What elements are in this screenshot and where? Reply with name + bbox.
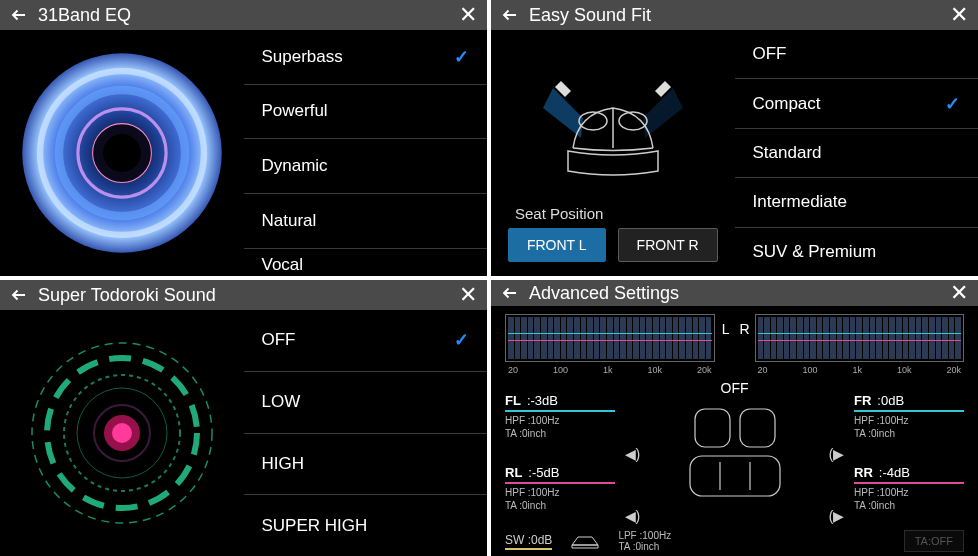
todoroki-item-high[interactable]: HIGH xyxy=(244,434,488,496)
spectrum-right-label: R xyxy=(740,321,750,337)
channel-sw[interactable]: SW :0dB xyxy=(505,533,552,550)
close-icon[interactable]: ✕ xyxy=(950,280,968,306)
channel-fr[interactable]: FR:0dB HPF :100Hz TA :0inch xyxy=(854,393,964,440)
eq-item-dynamic[interactable]: Dynamic xyxy=(244,139,488,194)
speaker-icon: ◀) xyxy=(625,508,641,524)
easyfit-item-suv-premium[interactable]: SUV & Premium xyxy=(735,228,979,276)
ta-toggle-button[interactable]: TA:OFF xyxy=(904,530,964,552)
back-icon[interactable] xyxy=(501,284,519,302)
seat-front-r-button[interactable]: FRONT R xyxy=(618,228,718,262)
svg-point-16 xyxy=(112,423,132,443)
speaker-icon: (▶ xyxy=(829,508,845,524)
eq-item-superbass[interactable]: Superbass✓ xyxy=(244,30,488,85)
back-icon[interactable] xyxy=(10,286,28,304)
easyfit-item-off[interactable]: OFF xyxy=(735,30,979,79)
panel-title: Super Todoroki Sound xyxy=(38,285,459,306)
car-diagram xyxy=(505,40,721,205)
seat-front-l-button[interactable]: FRONT L xyxy=(508,228,606,262)
channel-rr[interactable]: RR:-4dB HPF :100Hz TA :0inch xyxy=(854,465,964,512)
todoroki-item-low[interactable]: LOW xyxy=(244,372,488,434)
eq-artwork xyxy=(0,30,244,276)
check-icon: ✓ xyxy=(454,329,469,351)
svg-rect-17 xyxy=(695,409,730,447)
titlebar: Advanced Settings ✕ xyxy=(491,280,978,306)
close-icon[interactable]: ✕ xyxy=(459,2,477,28)
eq-preset-list: Superbass✓ Powerful Dynamic Natural Voca… xyxy=(244,30,488,276)
easyfit-list: OFF Compact✓ Standard Intermediate SUV &… xyxy=(735,30,979,276)
svg-rect-19 xyxy=(690,456,780,496)
todoroki-item-superhigh[interactable]: SUPER HIGH xyxy=(244,495,488,556)
panel-easy-sound-fit: Easy Sound Fit ✕ xyxy=(491,0,978,276)
svg-point-6 xyxy=(103,134,141,172)
back-icon[interactable] xyxy=(501,6,519,24)
titlebar: Easy Sound Fit ✕ xyxy=(491,0,978,30)
todoroki-list: OFF✓ LOW HIGH SUPER HIGH xyxy=(244,310,488,556)
speaker-icon: (▶ xyxy=(829,446,845,462)
titlebar: 31Band EQ ✕ xyxy=(0,0,487,30)
svg-rect-18 xyxy=(740,409,775,447)
channel-fl[interactable]: FL:-3dB HPF :100Hz TA :0inch xyxy=(505,393,615,440)
panel-31band-eq: 31Band EQ ✕ xyxy=(0,0,487,276)
subwoofer-icon xyxy=(570,533,600,549)
eq-item-vocal[interactable]: Vocal xyxy=(244,249,488,276)
todoroki-item-off[interactable]: OFF✓ xyxy=(244,310,488,372)
easyfit-item-compact[interactable]: Compact✓ xyxy=(735,79,979,128)
panel-todoroki: Super Todoroki Sound ✕ OFF✓ LOW HIGH xyxy=(0,280,487,556)
easyfit-item-standard[interactable]: Standard xyxy=(735,129,979,178)
easyfit-item-intermediate[interactable]: Intermediate xyxy=(735,178,979,227)
channel-rl[interactable]: RL:-5dB HPF :100Hz TA :0inch xyxy=(505,465,615,512)
panel-title: Easy Sound Fit xyxy=(529,5,950,26)
spectrum-right[interactable]: R 201001k10k20k xyxy=(755,314,965,362)
lpf-block[interactable]: LPF :100Hz TA :0inch xyxy=(618,530,671,552)
spectrum-left-label: L xyxy=(722,321,730,337)
todoroki-artwork xyxy=(0,310,244,556)
back-icon[interactable] xyxy=(10,6,28,24)
speaker-icon: ◀) xyxy=(625,446,641,462)
check-icon: ✓ xyxy=(945,93,960,115)
close-icon[interactable]: ✕ xyxy=(950,2,968,28)
center-off-label: OFF xyxy=(721,380,749,396)
eq-item-powerful[interactable]: Powerful xyxy=(244,85,488,140)
seat-speaker-diagram: OFF ◀) (▶ xyxy=(623,380,846,524)
eq-item-natural[interactable]: Natural xyxy=(244,194,488,249)
panel-title: Advanced Settings xyxy=(529,283,950,304)
close-icon[interactable]: ✕ xyxy=(459,282,477,308)
seat-position-label: Seat Position xyxy=(515,205,603,222)
panel-title: 31Band EQ xyxy=(38,5,459,26)
seat-position-area: Seat Position FRONT L FRONT R xyxy=(491,30,735,276)
spectrum-left[interactable]: L 201001k10k20k xyxy=(505,314,715,362)
check-icon: ✓ xyxy=(454,46,469,68)
titlebar: Super Todoroki Sound ✕ xyxy=(0,280,487,310)
panel-advanced-settings: Advanced Settings ✕ L 201001k10k20k R 20… xyxy=(491,280,978,556)
